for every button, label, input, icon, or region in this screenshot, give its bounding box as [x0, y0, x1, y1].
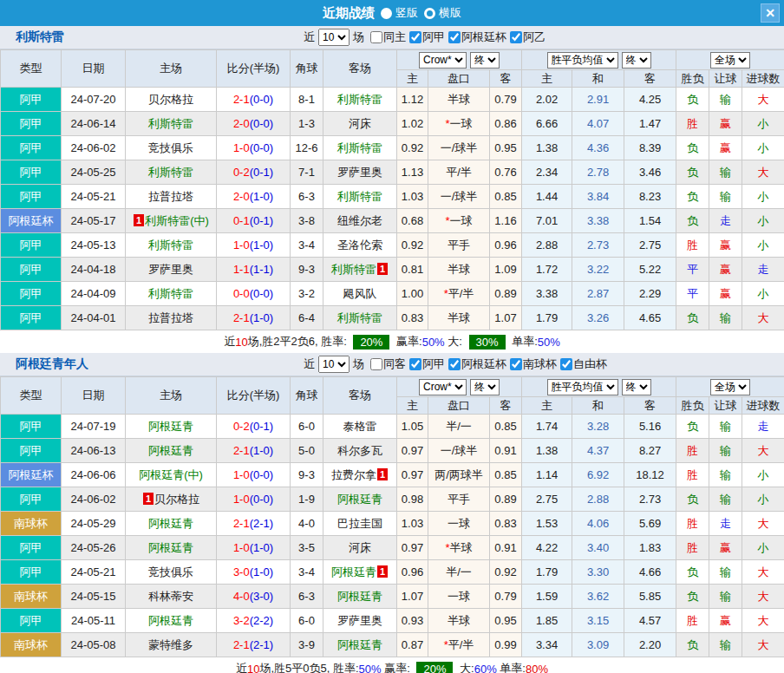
odds-source-select[interactable]: Crow*	[419, 52, 467, 69]
league-filter-checkbox-input[interactable]	[560, 358, 572, 370]
handicap-cell: *平/半	[428, 282, 490, 306]
corners-cell: 3-2	[291, 282, 323, 306]
same-venue-checkbox[interactable]: 同客	[364, 356, 406, 372]
odds-away-cell: 1.16	[490, 209, 522, 233]
handicap-label: 一/球半	[441, 444, 478, 457]
league-filter-checkbox[interactable]: 自由杯	[557, 356, 607, 372]
team-label: 拉普拉塔	[148, 190, 193, 203]
league-filter-checkbox-input[interactable]	[448, 358, 461, 370]
halftime-score: (0-0)	[250, 117, 273, 130]
summary-segment: 近	[224, 334, 235, 350]
league-filter-checkbox[interactable]: 南球杯	[506, 356, 557, 372]
league-filter-checkbox-input[interactable]	[409, 358, 421, 370]
fulltime-score: 1-0	[233, 541, 250, 554]
halftime-score: (0-0)	[250, 287, 273, 300]
scope-select[interactable]: 全场	[710, 379, 750, 395]
league-type-cell: 阿甲	[1, 233, 62, 258]
halftime-score: (1-1)	[250, 263, 273, 276]
column-header: 日期	[62, 50, 126, 88]
handicap-cell: 平手	[428, 487, 490, 512]
date-cell: 24-06-02	[62, 487, 126, 512]
league-type-cell: 阿甲	[1, 487, 62, 512]
odds-final-select[interactable]: 终	[470, 379, 500, 395]
team-label: 科林蒂安	[148, 590, 193, 603]
summary-segment: 近	[236, 661, 247, 673]
avg-source-select[interactable]: 胜平负均值	[547, 52, 618, 69]
avg-final-select[interactable]: 终	[622, 379, 651, 395]
league-filter-checkbox-input[interactable]	[510, 358, 522, 370]
column-header: 主场	[126, 377, 217, 415]
team-label: 利斯特雷	[337, 141, 382, 154]
league-filter-checkbox-input[interactable]	[448, 31, 461, 43]
odds-source-select[interactable]: Crow*	[419, 379, 467, 395]
scope-select[interactable]: 全场	[710, 52, 750, 69]
match-count-select[interactable]: 10	[318, 356, 350, 373]
layout-radio-vertical[interactable]: 竖版	[381, 5, 418, 21]
team-label: 利斯特雷	[331, 263, 376, 276]
fulltime-score: 0-2	[233, 420, 250, 433]
table-row: 阿甲24-05-26阿根廷青1-0(1-0)3-5河床0.97*半球0.914.…	[1, 536, 784, 560]
radio-horizontal-label: 横版	[439, 5, 461, 21]
avg-away-cell: 2.75	[624, 233, 676, 258]
result-goals-cell: 小	[742, 536, 784, 560]
avg-home-cell: 2.75	[522, 487, 572, 512]
column-header: 比分(半场)	[217, 377, 291, 415]
match-count-select[interactable]: 10	[318, 29, 350, 46]
same-venue-checkbox-input[interactable]	[370, 31, 382, 43]
titlebar: 近期战绩 竖版 横版 ✕	[0, 0, 784, 26]
odds-away-cell: 1.09	[490, 258, 522, 282]
summary-segment: 20%	[416, 662, 453, 673]
avg-home-cell: 1.44	[522, 185, 572, 209]
league-filter-checkbox[interactable]: 阿甲	[406, 356, 445, 372]
same-venue-checkbox[interactable]: 同主	[364, 29, 406, 45]
avg-draw-cell: 3.62	[572, 585, 624, 609]
odds-away-cell: 0.92	[490, 560, 522, 585]
radio-selected-icon[interactable]	[381, 8, 392, 19]
league-filter-checkbox[interactable]: 阿甲	[406, 29, 445, 45]
handicap-cell: *平/半	[428, 633, 490, 657]
result-goals-cell: 小	[742, 233, 784, 258]
result-goals-cell: 小	[742, 487, 784, 512]
league-filter-checkbox[interactable]: 阿根廷杯	[445, 356, 506, 372]
league-filter-checkbox[interactable]: 阿根廷杯	[445, 29, 506, 45]
odds-home-cell: 1.12	[397, 88, 428, 112]
corners-cell: 1-9	[291, 487, 323, 512]
home-team-cell: 拉普拉塔	[126, 306, 217, 330]
avg-draw-cell: 3.22	[572, 258, 624, 282]
league-filter-checkbox[interactable]: 阿乙	[506, 29, 546, 45]
odds-final-select[interactable]: 终	[470, 52, 500, 69]
score-cell: 3-2(2-2)	[217, 609, 291, 633]
summary-segment: 10	[247, 663, 259, 673]
radio-unselected-icon[interactable]	[424, 8, 435, 19]
avg-away-cell: 5.22	[624, 258, 676, 282]
avg-source-select[interactable]: 胜平负均值	[547, 379, 618, 395]
league-type-cell: 阿根廷杯	[1, 463, 62, 487]
layout-radio-horizontal[interactable]: 横版	[424, 5, 461, 21]
odds-home-cell: 0.97	[397, 536, 428, 560]
fulltime-score: 1-0	[233, 141, 250, 154]
radio-vertical-label: 竖版	[395, 5, 418, 21]
away-team-cell: 阿根廷青	[323, 633, 397, 657]
result-win-cell: 负	[676, 633, 709, 657]
league-type-cell: 阿甲	[1, 282, 62, 306]
team-label: 飓风队	[343, 287, 377, 300]
avg-final-select[interactable]: 终	[622, 52, 651, 69]
result-handicap-cell: 输	[709, 306, 742, 330]
odds-home-cell: 1.00	[397, 282, 428, 306]
date-cell: 24-05-15	[62, 585, 126, 609]
avg-draw-cell: 3.09	[572, 633, 624, 657]
league-filter-checkbox-input[interactable]	[510, 31, 522, 43]
home-team-cell: 阿根廷青	[126, 439, 217, 463]
league-type-cell: 南球杯	[1, 512, 62, 536]
odds-away-cell: 0.96	[490, 233, 522, 258]
league-filter-checkbox-input[interactable]	[409, 31, 421, 43]
same-venue-checkbox-input[interactable]	[370, 358, 382, 370]
result-win-cell: 胜	[676, 463, 709, 487]
table-row: 阿甲24-05-21竞技俱乐3-0(1-0)3-4阿根廷青10.96半/一0.9…	[1, 560, 784, 585]
home-team-cell: 利斯特雷	[126, 282, 217, 306]
summary-segment: 赢率:	[393, 334, 421, 350]
odds-group-header: Crow*终	[397, 377, 522, 397]
summary-bar: 近10场,胜5平0负5, 胜率:50% 赢率: 20% 大:60% 单率:80%	[0, 657, 784, 673]
close-button[interactable]: ✕	[761, 3, 780, 23]
odds-group-header: Crow*终	[397, 50, 522, 70]
